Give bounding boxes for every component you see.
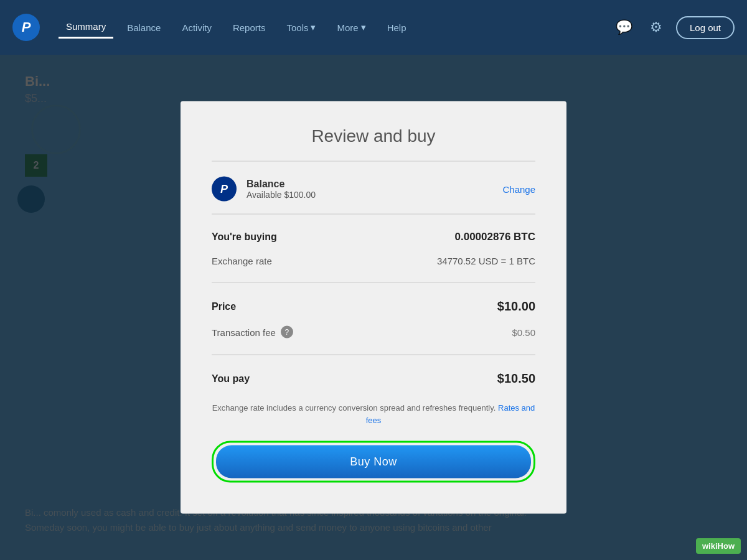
- change-payment-link[interactable]: Change: [502, 184, 535, 194]
- you-pay-row: You pay $10.50: [212, 365, 535, 392]
- more-chevron-icon: ▾: [361, 22, 366, 33]
- price-row: Price $10.00: [212, 293, 535, 320]
- exchange-rate-row: Exchange rate 34770.52 USD = 1 BTC: [212, 250, 535, 273]
- logout-button[interactable]: Log out: [676, 16, 735, 39]
- price-value: $10.00: [497, 299, 535, 314]
- page-background: Bi... $5... 2 Bi... comonly used as cash…: [0, 55, 747, 560]
- header-actions: 💬 ⚙ Log out: [612, 16, 735, 39]
- nav-item-more[interactable]: More ▾: [329, 17, 373, 38]
- price-label: Price: [212, 301, 236, 312]
- nav-item-activity[interactable]: Activity: [174, 17, 219, 38]
- settings-icon[interactable]: ⚙: [646, 16, 666, 39]
- wikihow-badge: wikiHow: [696, 538, 741, 554]
- buy-now-button[interactable]: Buy Now: [216, 446, 531, 478]
- transaction-fee-help-icon[interactable]: ?: [281, 326, 293, 338]
- messages-icon[interactable]: 💬: [612, 16, 636, 39]
- you-pay-value: $10.50: [497, 371, 535, 386]
- you-buying-label: You're buying: [212, 231, 277, 243]
- nav-bar: Summary Balance Activity Reports Tools ▾…: [59, 16, 593, 39]
- paypal-small-logo: P: [212, 177, 237, 202]
- fee-divider: [212, 355, 535, 355]
- transaction-fee-label-group: Transaction fee ?: [212, 326, 293, 338]
- transaction-fee-label: Transaction fee: [212, 327, 276, 337]
- nav-item-balance[interactable]: Balance: [120, 17, 168, 38]
- header: P Summary Balance Activity Reports Tools…: [0, 0, 747, 55]
- you-buying-value: 0.00002876 BTC: [455, 231, 535, 243]
- modal-title: Review and buy: [212, 126, 535, 146]
- exchange-rate-label: Exchange rate: [212, 256, 272, 266]
- exchange-note-text: Exchange rate includes a currency conver…: [212, 403, 496, 413]
- exchange-rate-value: 34770.52 USD = 1 BTC: [437, 256, 535, 266]
- you-buying-row: You're buying 0.00002876 BTC: [212, 225, 535, 250]
- tools-chevron-icon: ▾: [311, 22, 316, 33]
- review-buy-modal: Review and buy P Balance Available $100.…: [181, 101, 566, 514]
- transaction-fee-value: $0.50: [512, 327, 535, 337]
- payment-available: Available $100.00: [247, 190, 492, 200]
- buying-divider: [212, 282, 535, 283]
- paypal-logo: P: [12, 14, 40, 41]
- nav-item-summary[interactable]: Summary: [59, 16, 113, 39]
- title-divider: [212, 161, 535, 162]
- payment-label: Balance: [247, 179, 492, 190]
- transaction-fee-row: Transaction fee ? $0.50: [212, 320, 535, 345]
- nav-item-tools[interactable]: Tools ▾: [279, 17, 323, 38]
- buy-now-wrapper: Buy Now: [212, 441, 535, 483]
- exchange-note: Exchange rate includes a currency conver…: [212, 402, 535, 426]
- payment-divider: [212, 214, 535, 215]
- nav-item-reports[interactable]: Reports: [225, 17, 273, 38]
- nav-item-help[interactable]: Help: [380, 17, 414, 38]
- you-pay-label: You pay: [212, 373, 250, 384]
- payment-info: Balance Available $100.00: [247, 179, 492, 200]
- payment-method-row: P Balance Available $100.00 Change: [212, 177, 535, 202]
